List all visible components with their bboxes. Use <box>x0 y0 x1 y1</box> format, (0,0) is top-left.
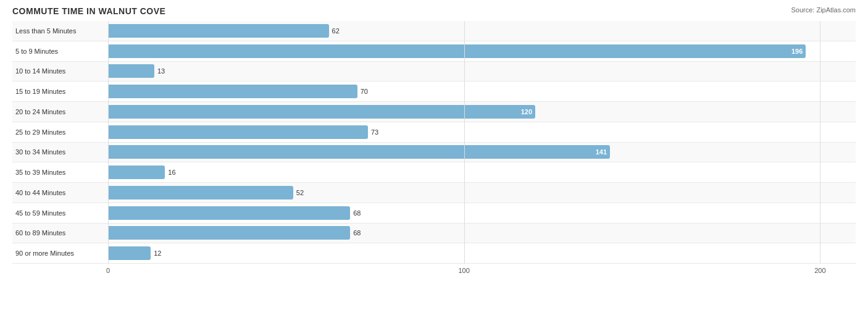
bar-label: 25 to 29 Minutes <box>12 128 108 136</box>
bar-row: 35 to 39 Minutes16 <box>12 162 856 183</box>
bar-value: 12 <box>154 250 161 257</box>
bar-fill <box>108 186 293 199</box>
bar-fill <box>108 125 368 139</box>
bars-area: Less than 5 Minutes625 to 9 Minutes19610… <box>12 21 856 264</box>
bar-track: 70 <box>108 85 856 98</box>
bar-row: 40 to 44 Minutes52 <box>12 183 856 203</box>
bar-track: 73 <box>108 125 856 139</box>
bar-track: 120 <box>108 105 856 119</box>
chart-source: Source: ZipAtlas.com <box>791 6 856 14</box>
bar-label: 20 to 24 Minutes <box>12 108 108 115</box>
bar-track: 62 <box>108 24 856 38</box>
bar-value: 13 <box>157 67 165 75</box>
bar-label: 35 to 39 Minutes <box>12 169 108 176</box>
bar-label: 30 to 34 Minutes <box>12 148 108 156</box>
bar-fill <box>108 166 165 179</box>
chart-container: COMMUTE TIME IN WALNUT COVE Source: ZipA… <box>0 0 868 323</box>
x-axis-tick: 0 <box>106 267 110 274</box>
bar-value: 73 <box>371 128 378 136</box>
bar-value: 62 <box>332 27 340 35</box>
bar-fill <box>108 85 357 98</box>
bar-track: 196 <box>108 44 856 58</box>
bar-label: 90 or more Minutes <box>12 250 108 257</box>
bar-row: 5 to 9 Minutes196 <box>12 41 856 62</box>
bar-value-inside: 196 <box>791 48 803 55</box>
bar-label: 10 to 14 Minutes <box>12 67 108 75</box>
bar-value: 70 <box>361 88 368 95</box>
bar-row: Less than 5 Minutes62 <box>12 21 856 41</box>
bar-row: 20 to 24 Minutes120 <box>12 102 856 122</box>
chart-title: COMMUTE TIME IN WALNUT COVE <box>12 6 165 16</box>
bar-track: 68 <box>108 226 856 240</box>
bar-row: 45 to 59 Minutes68 <box>12 203 856 224</box>
x-axis-tick: 100 <box>458 267 469 274</box>
bar-row: 30 to 34 Minutes141 <box>12 143 856 163</box>
bar-track: 12 <box>108 246 856 260</box>
bar-row: 60 to 89 Minutes68 <box>12 224 856 244</box>
bar-row: 15 to 19 Minutes70 <box>12 82 856 102</box>
bar-fill <box>108 246 151 260</box>
bar-fill: 141 <box>108 145 610 159</box>
bar-value: 16 <box>168 169 175 176</box>
x-axis: 0100200 <box>108 264 856 282</box>
bar-track: 13 <box>108 64 856 78</box>
bar-label: 60 to 89 Minutes <box>12 229 108 237</box>
chart-body: Less than 5 Minutes625 to 9 Minutes19610… <box>12 21 856 282</box>
bar-label: 15 to 19 Minutes <box>12 88 108 95</box>
bar-row: 10 to 14 Minutes13 <box>12 62 856 82</box>
bar-value-inside: 141 <box>596 148 607 156</box>
bar-label: 40 to 44 Minutes <box>12 189 108 196</box>
bar-row: 25 to 29 Minutes73 <box>12 122 856 143</box>
bar-label: 45 to 59 Minutes <box>12 209 108 217</box>
bar-fill: 120 <box>108 105 535 119</box>
bar-value-inside: 120 <box>521 108 532 115</box>
bar-label: 5 to 9 Minutes <box>12 48 108 55</box>
bar-track: 16 <box>108 166 856 179</box>
bar-fill <box>108 64 154 78</box>
bar-track: 52 <box>108 186 856 199</box>
bar-row: 90 or more Minutes12 <box>12 243 856 264</box>
bar-fill <box>108 206 350 220</box>
bar-fill <box>108 226 350 240</box>
bar-value: 52 <box>296 189 304 196</box>
bar-fill <box>108 24 329 38</box>
bar-track: 68 <box>108 206 856 220</box>
bar-fill: 196 <box>108 44 806 58</box>
x-axis-tick: 200 <box>814 267 825 274</box>
bar-track: 141 <box>108 145 856 159</box>
bar-value: 68 <box>353 209 361 217</box>
bar-value: 68 <box>353 229 361 237</box>
bar-label: Less than 5 Minutes <box>12 27 108 35</box>
chart-header: COMMUTE TIME IN WALNUT COVE Source: ZipA… <box>12 6 856 16</box>
